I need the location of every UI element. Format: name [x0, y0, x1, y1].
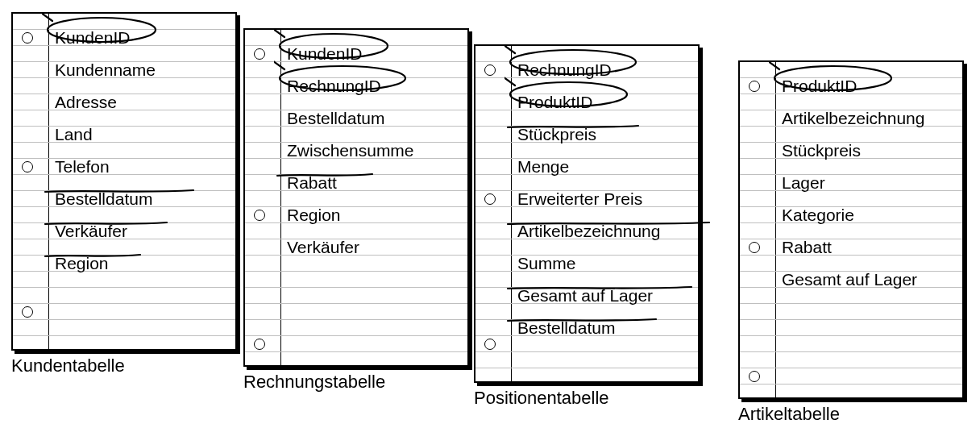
notepad-row: Zwischensumme	[245, 143, 467, 159]
notepad-row: ProduktID	[740, 78, 962, 94]
notepad-row	[245, 159, 467, 175]
notepad-row: Gesamt auf Lager	[475, 288, 698, 304]
punch-hole-icon	[22, 32, 33, 44]
notepad-row: Telefon	[13, 159, 235, 175]
notepad-row	[475, 239, 698, 256]
notepad-caption: Positionentabelle	[474, 388, 609, 409]
notepad-row	[245, 304, 467, 320]
notepad-row: Verkäufer	[13, 223, 235, 239]
notepad-kundentabelle: KundenIDKundennameAdresseLandTelefonBest…	[11, 12, 237, 351]
notepad-row	[245, 336, 467, 352]
notepad-row	[740, 304, 962, 320]
notepad-row	[13, 336, 235, 352]
notepad-row	[13, 320, 235, 336]
notepad-row: Rabatt	[740, 239, 962, 256]
punch-hole-icon	[749, 242, 760, 253]
notepad-row	[475, 368, 698, 385]
notepad-row	[13, 143, 235, 159]
punch-hole-icon	[22, 306, 33, 318]
notepad-row: Land	[13, 127, 235, 143]
notepad-row: RechnungID	[245, 78, 467, 94]
notepad-row: KundenID	[13, 30, 235, 46]
notepad-row	[245, 256, 467, 272]
notepad-row	[740, 159, 962, 175]
notepad-row: Artikelbezeichnung	[740, 110, 962, 127]
notepad-row: Gesamt auf Lager	[740, 272, 962, 288]
notepad-row	[13, 239, 235, 256]
notepad-artikeltabelle: ProduktIDArtikelbezeichnungStückpreisLag…	[738, 60, 964, 399]
notepad-row	[13, 288, 235, 304]
notepad-rechnungstabelle: KundenIDRechnungIDBestelldatumZwischensu…	[243, 28, 469, 367]
notepad-row: Region	[245, 207, 467, 223]
notepad-row: Region	[13, 256, 235, 272]
notepad-row: Lager	[740, 175, 962, 191]
notepad-row	[245, 191, 467, 207]
notepad-row	[245, 288, 467, 304]
notepad-row: Kundenname	[13, 62, 235, 78]
punch-hole-icon	[484, 339, 496, 350]
notepad-row	[740, 368, 962, 385]
punch-hole-icon	[254, 339, 265, 350]
notepad-row	[13, 110, 235, 127]
notepad-row	[245, 272, 467, 288]
notepad-row: Rabatt	[245, 175, 467, 191]
notepad-row	[13, 304, 235, 320]
notepad-row: Stückpreis	[740, 143, 962, 159]
notepad-positionentabelle: RechnungIDProduktIDStückpreisMengeErweit…	[474, 44, 700, 383]
notepad-row	[13, 272, 235, 288]
notepad-row: Bestelldatum	[13, 191, 235, 207]
notepad-row	[475, 352, 698, 368]
notepad-row: Summe	[475, 256, 698, 272]
notepad-caption: Artikeltabelle	[738, 404, 840, 424]
notepad-row	[475, 336, 698, 352]
notepad-caption: Kundentabelle	[11, 355, 125, 376]
notepad-row	[475, 143, 698, 159]
punch-hole-icon	[254, 48, 265, 60]
punch-hole-icon	[484, 64, 496, 76]
notepad-row	[245, 352, 467, 368]
notepad-row: KundenID	[245, 46, 467, 62]
notepad-row: Verkäufer	[245, 239, 467, 256]
punch-hole-icon	[22, 161, 33, 173]
notepad-row	[245, 320, 467, 336]
notepad-row: Adresse	[13, 94, 235, 110]
punch-hole-icon	[749, 371, 760, 382]
notepad-row	[740, 320, 962, 336]
punch-hole-icon	[484, 193, 496, 205]
notepad-row: Bestelldatum	[475, 320, 698, 336]
notepad-row: Menge	[475, 159, 698, 175]
notepad-row: Erweiterter Preis	[475, 191, 698, 207]
notepad-row: Stückpreis	[475, 127, 698, 143]
notepad-row: Bestelldatum	[245, 110, 467, 127]
notepad-row	[740, 336, 962, 352]
notepad-row: ProduktID	[475, 94, 698, 110]
notepad-row	[740, 385, 962, 401]
notepad-row	[740, 352, 962, 368]
notepad-row	[740, 288, 962, 304]
punch-hole-icon	[749, 81, 760, 92]
notepad-row: Kategorie	[740, 207, 962, 223]
notepad-row	[13, 78, 235, 94]
notepad-row: Artikelbezeichnung	[475, 223, 698, 239]
notepad-caption: Rechnungstabelle	[243, 372, 385, 393]
notepad-row	[740, 223, 962, 239]
punch-hole-icon	[254, 210, 265, 221]
notepad-row: RechnungID	[475, 62, 698, 78]
